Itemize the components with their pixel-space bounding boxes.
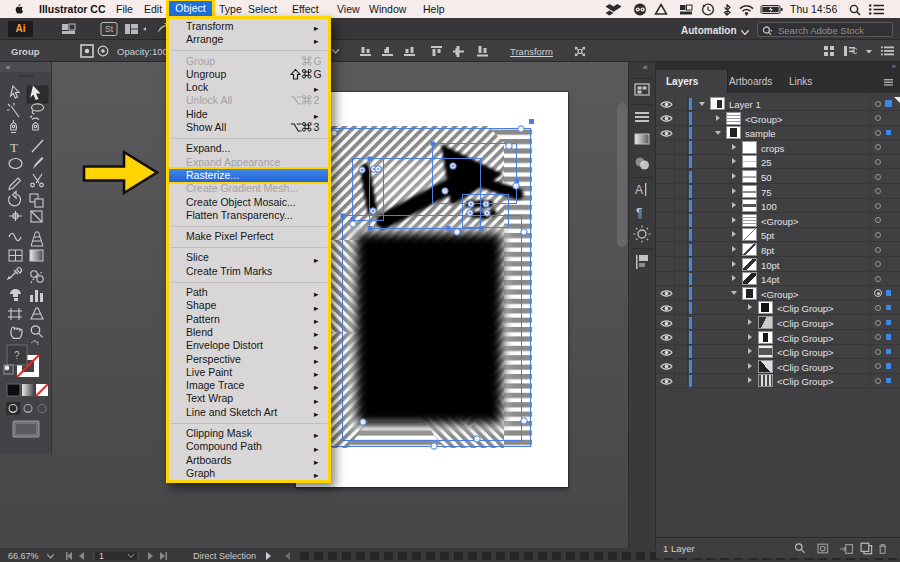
- svg-text:T: T: [10, 140, 18, 155]
- svg-text:G: G: [314, 68, 322, 80]
- svg-text:?: ?: [14, 350, 20, 361]
- svg-text:A: A: [635, 183, 643, 197]
- svg-text:3: 3: [314, 121, 320, 133]
- svg-text:St: St: [105, 24, 114, 34]
- svg-text:G: G: [314, 55, 322, 67]
- svg-text:2: 2: [314, 94, 320, 106]
- svg-text:1: 1: [99, 552, 104, 560]
- svg-text:«: «: [643, 63, 648, 72]
- svg-text:¶: ¶: [636, 206, 642, 220]
- svg-text:«: «: [6, 63, 11, 72]
